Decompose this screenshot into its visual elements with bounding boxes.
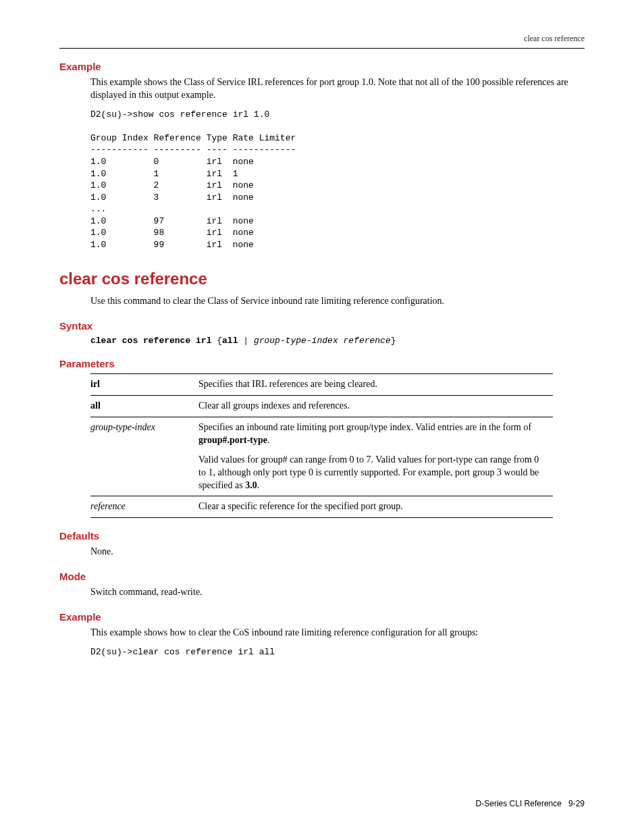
- heading-syntax: Syntax: [59, 320, 585, 332]
- param-gti-desc1b: group#.port-type: [198, 435, 267, 445]
- heading-example-2: Example: [59, 611, 585, 623]
- param-gti-desc2c: .: [257, 480, 260, 490]
- param-ref-desc: Clear a specific reference for the speci…: [198, 496, 553, 518]
- heading-mode: Mode: [59, 571, 585, 582]
- param-irl-name: irl: [90, 379, 100, 389]
- param-row-irl: irl Specifies that IRL references are be…: [90, 374, 553, 396]
- param-irl-desc: Specifies that IRL references are being …: [198, 374, 553, 396]
- example-2-text: This example shows how to clear the CoS …: [90, 627, 585, 640]
- parameters-table: irl Specifies that IRL references are be…: [90, 373, 553, 518]
- intro-text: Use this command to clear the Class of S…: [90, 295, 585, 308]
- param-gti-desc: Specifies an inbound rate limiting port …: [198, 417, 553, 496]
- footer-page-number: 9-29: [568, 799, 585, 808]
- page-footer: D-Series CLI Reference 9-29: [476, 799, 585, 808]
- example-2-cli: D2(su)->clear cos reference irl all: [90, 646, 585, 658]
- running-head: clear cos reference: [59, 34, 585, 49]
- defaults-text: None.: [90, 546, 585, 558]
- example-1-cli: D2(su)->show cos reference irl 1.0 Group…: [90, 109, 585, 251]
- syntax-line: clear cos reference irl {all | group-typ…: [90, 336, 585, 346]
- heading-parameters: Parameters: [59, 358, 585, 369]
- syntax-all: all: [222, 336, 238, 346]
- param-gti-desc1a: Specifies an inbound rate limiting port …: [198, 422, 531, 432]
- heading-defaults: Defaults: [59, 530, 585, 542]
- param-ref-name: reference: [90, 501, 126, 511]
- command-title: clear cos reference: [59, 269, 585, 288]
- syntax-args: group-type-index reference: [254, 336, 391, 346]
- param-gti-name: group-type-index: [90, 422, 155, 432]
- footer-doc-title: D-Series CLI Reference: [476, 799, 562, 808]
- heading-example-1: Example: [59, 61, 585, 72]
- example-1-text: This example shows the Class of Service …: [90, 76, 585, 102]
- syntax-command: clear cos reference irl: [90, 336, 211, 346]
- syntax-brace-open: {: [217, 336, 222, 346]
- param-row-gti: group-type-index Specifies an inbound ra…: [90, 417, 553, 496]
- syntax-brace-close: }: [391, 336, 396, 346]
- param-all-desc: Clear all groups indexes and references.: [198, 396, 553, 417]
- mode-text: Switch command, read-write.: [90, 586, 585, 599]
- param-all-name: all: [90, 400, 101, 411]
- param-row-reference: reference Clear a specific reference for…: [90, 496, 553, 518]
- syntax-pipe: |: [238, 336, 253, 346]
- page: clear cos reference Example This example…: [0, 0, 644, 658]
- param-gti-desc2b: 3.0: [245, 480, 257, 490]
- param-gti-desc1c: .: [267, 435, 270, 445]
- param-row-all: all Clear all groups indexes and referen…: [90, 396, 553, 417]
